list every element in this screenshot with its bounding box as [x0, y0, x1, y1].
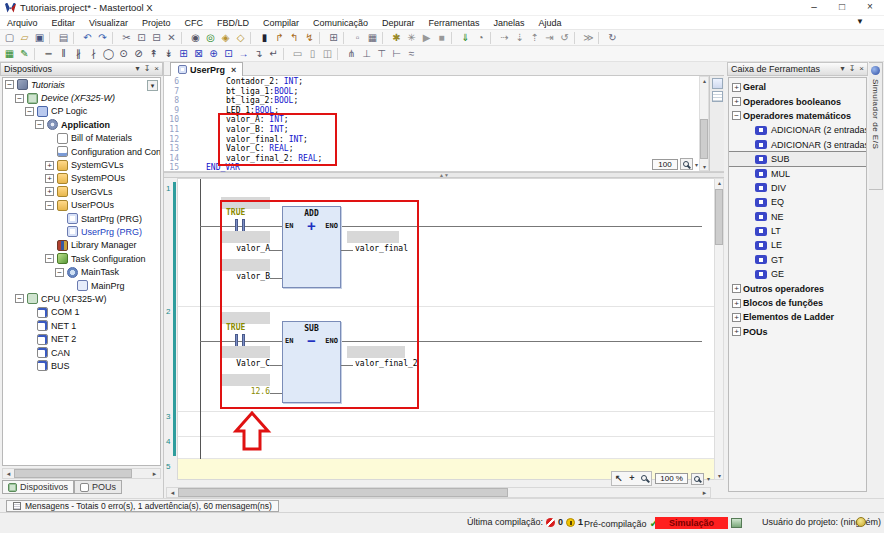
tree-expander-icon[interactable]: + — [732, 313, 741, 322]
operand-constant-12-6[interactable]: 12.6 — [198, 387, 270, 397]
textual-view-button[interactable] — [712, 78, 723, 89]
set-branch-start-button[interactable]: ⊤ — [374, 47, 389, 61]
toolbox-item-adicionar-2-entradas[interactable]: ADICIONAR (2 entradas) — [729, 123, 866, 137]
pin-icon[interactable]: ↧ — [849, 63, 856, 75]
toolbox-section-operadores-matematicos[interactable]: − Operadores matemáticos — [729, 109, 866, 123]
menu-overflow-icon[interactable]: ▼ — [856, 17, 864, 26]
menu-editar[interactable]: Editar — [45, 16, 83, 30]
toolbox-item-le[interactable]: LE — [729, 238, 866, 252]
tab-dispositivos[interactable]: Dispositivos — [2, 480, 74, 494]
insert-branch-below-button[interactable]: ⊥ — [359, 47, 374, 61]
menu-arquivo[interactable]: Arquivo — [0, 16, 45, 30]
tree-item-bill-of-materials[interactable]: Bill of Materials — [3, 132, 160, 145]
toolbox-item-ne[interactable]: NE — [729, 210, 866, 224]
fbd-view-settings-button[interactable]: ▦ — [2, 47, 17, 61]
tree-expander-icon[interactable]: − — [732, 111, 741, 120]
tree-expander-icon[interactable]: + — [45, 187, 54, 196]
select-tool-icon[interactable]: ↖ — [612, 472, 625, 485]
insert-return-button[interactable]: ↵ — [266, 47, 281, 61]
ladder-canvas[interactable]: TRUE valor_A valor_B ADD + EN ENO valor_… — [177, 178, 715, 480]
scroll-thumb[interactable] — [715, 189, 723, 245]
declaration-editor[interactable]: 6 Contador_2: INT; 7 bt_liga_1:BOOL; 8 b… — [164, 76, 724, 172]
scroll-thumb[interactable] — [14, 469, 132, 478]
zoom-tool-icon[interactable] — [638, 472, 651, 485]
step-into-button[interactable]: ⇣ — [512, 31, 527, 45]
search-all-button[interactable]: ◈ — [218, 31, 233, 45]
tree-item-com1[interactable]: COM 1 — [3, 306, 160, 319]
tree-item-can[interactable]: CAN — [3, 346, 160, 359]
save-project-button[interactable]: ▣ — [32, 31, 47, 45]
tree-item-tutoriais[interactable]: − Tutoriais — [3, 78, 160, 91]
operand-valor-b[interactable]: valor_B — [198, 272, 270, 282]
run-to-cursor-button[interactable]: ⇥ — [542, 31, 557, 45]
print-button[interactable]: ▤ — [56, 31, 71, 45]
network-number-1[interactable]: 1 — [166, 184, 170, 193]
update-parameters-button[interactable]: ≈ — [404, 47, 419, 61]
tree-item-systempous[interactable]: + SystemPOUs — [3, 172, 160, 185]
generate-code-button[interactable]: ✱ — [389, 31, 404, 45]
tree-item-cp-logic[interactable]: − CP Logic — [3, 105, 160, 118]
step-out-button[interactable]: ⇡ — [527, 31, 542, 45]
insert-falling-edge-button[interactable]: ↡ — [161, 47, 176, 61]
toolbox-item-div[interactable]: DIV — [729, 181, 866, 195]
insert-parallel-contact-button[interactable]: ∦ — [71, 47, 86, 61]
insert-box-button[interactable]: ▭ — [290, 47, 305, 61]
next-bookmark-button[interactable]: ↱ — [272, 31, 287, 45]
insert-contact-button[interactable]: ‖ — [56, 47, 71, 61]
tab-userprg[interactable]: UserPrg × — [170, 62, 243, 76]
find-next-button[interactable]: ◎ — [203, 31, 218, 45]
insert-rising-edge-button[interactable]: ↟ — [146, 47, 161, 61]
menu-janelas[interactable]: Janelas — [487, 16, 532, 30]
scroll-right-icon[interactable]: ▸ — [699, 488, 710, 497]
cut-button[interactable]: ✂ — [119, 31, 134, 45]
insert-or-box-button[interactable]: ⊠ — [191, 47, 206, 61]
panel-menu-icon[interactable]: ▾ — [841, 63, 845, 75]
menu-ferramentas[interactable]: Ferramentas — [422, 16, 487, 30]
tree-item-application[interactable]: − Application — [3, 118, 160, 131]
panel-close-icon[interactable]: × — [154, 63, 159, 75]
toolbox-item-lt[interactable]: LT — [729, 224, 866, 238]
copy-button[interactable]: ⊡ — [134, 31, 149, 45]
panel-menu-icon[interactable]: ▾ — [136, 63, 140, 75]
network-number-2[interactable]: 2 — [166, 307, 170, 316]
tree-item-userpous[interactable]: − UserPOUs — [3, 199, 160, 212]
tree-item-configuration-and-consumption[interactable]: Configuration and Consumpt — [3, 145, 160, 158]
pin-icon[interactable]: ↧ — [144, 63, 151, 75]
tree-expander-icon[interactable]: + — [732, 284, 741, 293]
pan-tool-icon[interactable]: + — [625, 472, 638, 485]
find-button[interactable]: ◉ — [188, 31, 203, 45]
tree-item-systemgvls[interactable]: + SystemGVLs — [3, 158, 160, 171]
network-number-5[interactable]: 5 — [166, 462, 170, 471]
insert-coil-button[interactable]: ◯ — [101, 47, 116, 61]
ladder-horizontal-scrollbar[interactable]: ◂ ▸ — [166, 487, 711, 498]
tree-item-usergvls[interactable]: + UserGVLs — [3, 185, 160, 198]
menu-compilar[interactable]: Compilar — [256, 16, 306, 30]
toolbox-section-blocos-de-funcoes[interactable]: + Blocos de funções — [729, 296, 866, 310]
tree-item-userprg[interactable]: UserPrg (PRG) — [3, 225, 160, 238]
edit-worksheet-button[interactable]: ✎ — [17, 47, 32, 61]
set-output-connection-button[interactable]: ⊢ — [389, 47, 404, 61]
insert-and-box-button[interactable]: ⊞ — [176, 47, 191, 61]
previous-bookmark-button[interactable]: ↰ — [287, 31, 302, 45]
tree-expander-icon[interactable]: + — [45, 174, 54, 183]
insert-box-en-button[interactable]: ◫ — [320, 47, 335, 61]
insert-branch-button[interactable]: ⋔ — [344, 47, 359, 61]
root-dropdown-icon[interactable]: ▾ — [147, 80, 158, 91]
tree-expander-icon[interactable]: − — [45, 201, 54, 210]
minimize-button[interactable]: – — [800, 0, 828, 15]
tab-pous[interactable]: POUs — [74, 480, 122, 494]
copy-object-button[interactable]: ⊞ — [326, 31, 341, 45]
tabular-view-button[interactable] — [712, 91, 723, 102]
object-properties-button[interactable]: ▫ — [350, 31, 365, 45]
toolbox-section-operadores-booleanos[interactable]: + Operadores booleanos — [729, 94, 866, 108]
insert-negated-contact-button[interactable]: ∤ — [86, 47, 101, 61]
tab-simulador-de-es[interactable]: Simulador de E/S — [869, 62, 883, 190]
redo-button[interactable]: ↷ — [95, 31, 110, 45]
zoom-icon[interactable] — [680, 158, 693, 170]
insert-empty-box-button[interactable]: ▯ — [305, 47, 320, 61]
tree-item-cpu[interactable]: − CPU (XF325-W) — [3, 292, 160, 305]
tree-item-library-manager[interactable]: Library Manager — [3, 239, 160, 252]
runtime-clock-button[interactable]: ◔ — [473, 31, 488, 45]
operand-valor-a[interactable]: valor_A — [198, 244, 270, 254]
toolbox-section-geral[interactable]: + Geral — [729, 80, 866, 94]
